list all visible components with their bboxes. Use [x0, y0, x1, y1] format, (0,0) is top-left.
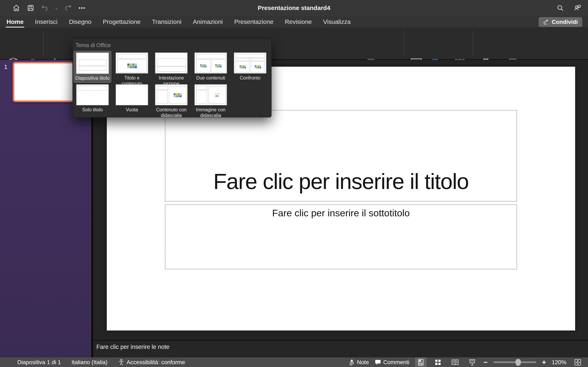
slide-sorter-icon	[435, 359, 441, 366]
language-indicator[interactable]: Italiano (Italia)	[71, 359, 107, 366]
normal-view-button[interactable]	[415, 358, 426, 367]
search-icon[interactable]	[556, 3, 565, 12]
notes-toggle[interactable]: Note	[349, 359, 369, 366]
tab-presentazione[interactable]: Presentazione	[233, 17, 275, 26]
save-icon[interactable]	[26, 3, 35, 12]
layout-item-solo-titolo[interactable]: Solo titolo	[73, 83, 112, 114]
home-icon[interactable]	[12, 3, 21, 12]
accessibility-icon	[118, 359, 125, 366]
share-label: Condividi	[552, 19, 578, 25]
slide-counter: Diapositiva 1 di 1	[17, 359, 61, 366]
tab-inserisci[interactable]: Inserisci	[34, 17, 59, 26]
document-title: Presentazione standard4	[258, 4, 330, 11]
zoom-out-button[interactable]: −	[484, 358, 488, 366]
tab-revisione[interactable]: Revisione	[284, 17, 313, 26]
zoom-percentage[interactable]: 120%	[552, 359, 566, 366]
comments-icon	[375, 359, 381, 365]
layout-theme-header: Tema di Office	[76, 42, 111, 49]
fit-to-window-icon	[574, 359, 581, 366]
subtitle-placeholder[interactable]: Fare clic per inserire il sottotitolo	[165, 205, 517, 269]
more-options-icon[interactable]: ⋯	[78, 3, 87, 12]
zoom-in-button[interactable]: +	[542, 358, 546, 366]
layout-item-diapositiva-titolo[interactable]: Diapositiva titolo	[73, 51, 112, 83]
tab-animazioni[interactable]: Animazioni	[192, 17, 224, 26]
tab-visualizza[interactable]: Visualizza	[322, 17, 352, 26]
redo-icon[interactable]	[63, 3, 72, 12]
people-presence-icon[interactable]	[573, 3, 582, 12]
slideshow-view-button[interactable]	[467, 358, 478, 367]
fit-slide-to-window-button[interactable]	[572, 358, 584, 367]
layout-item-vuota[interactable]: Vuota	[113, 83, 151, 114]
titlebar: ⌄ ⋯ Presentazione standard4	[0, 0, 588, 16]
tab-home[interactable]: Home	[5, 17, 25, 26]
zoom-slider[interactable]	[493, 361, 536, 363]
image-placeholder-icon	[215, 93, 219, 97]
layout-item-due-contenuti[interactable]: Due contenuti	[192, 51, 230, 83]
layout-item-contenuto-didascalia[interactable]: Contenuto con didascalia	[152, 83, 190, 120]
slide-sorter-view-button[interactable]	[432, 358, 444, 367]
tab-transizioni[interactable]: Transizioni	[151, 17, 183, 26]
reading-view-icon	[451, 359, 459, 366]
ribbon-tabs: Home Inserisci Disegno Progettazione Tra…	[0, 16, 588, 27]
accessibility-status[interactable]: Accessibilità: conforme	[118, 359, 185, 366]
notes-placeholder-text: Fare clic per inserire le note	[96, 343, 169, 350]
layout-item-confronto[interactable]: Confronto	[231, 51, 269, 83]
layout-dropdown: Tema di Office Diapositiva titolo Titolo…	[72, 39, 272, 117]
ribbon-divider	[404, 30, 404, 56]
ribbon-divider	[43, 30, 44, 56]
title-placeholder-text: Fare clic per inserire il titolo	[213, 169, 468, 194]
slideshow-icon	[469, 359, 476, 366]
subtitle-placeholder-text: Fare clic per inserire il sottotitolo	[272, 207, 410, 218]
title-placeholder[interactable]: Fare clic per inserire il titolo	[165, 110, 517, 201]
reading-view-button[interactable]	[449, 358, 461, 367]
tab-disegno[interactable]: Disegno	[68, 17, 93, 26]
ribbon-divider	[473, 30, 473, 56]
share-button[interactable]: Condividi	[539, 17, 582, 27]
comments-toggle[interactable]: Commenti	[375, 359, 409, 366]
tab-progettazione[interactable]: Progettazione	[102, 17, 142, 26]
notes-icon	[349, 359, 355, 366]
normal-view-icon	[418, 359, 424, 366]
zoom-slider-handle[interactable]	[516, 359, 521, 366]
status-bar: Diapositiva 1 di 1 Italiano (Italia) Acc…	[0, 358, 588, 367]
layout-item-immagine-didascalia[interactable]: Immagine con didascalia	[192, 83, 230, 120]
powerpoint-window: ⌄ ⋯ Presentazione standard4 Home Inseris…	[0, 0, 588, 367]
notes-pane[interactable]: Fare clic per inserire le note	[93, 340, 588, 358]
undo-chevron-icon[interactable]: ⌄	[55, 6, 58, 10]
undo-icon[interactable]	[40, 3, 49, 12]
slide-number: 1	[4, 63, 8, 70]
share-icon	[543, 19, 549, 25]
